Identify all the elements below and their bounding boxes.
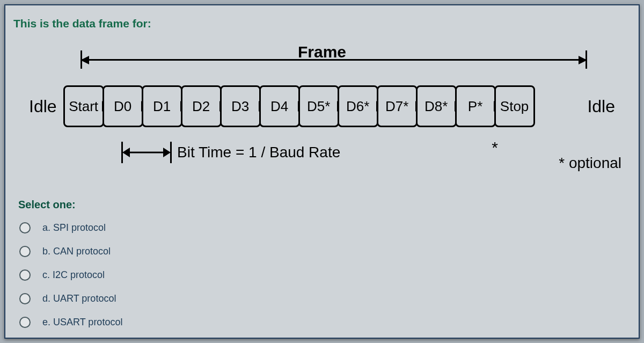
question-card: This is the data frame for: Frame Idle S… — [4, 4, 640, 339]
bit-cell-d8: D8* — [416, 85, 457, 127]
idle-right-label: Idle — [581, 97, 621, 116]
bit-cell-d2: D2 — [181, 85, 222, 127]
radio-icon[interactable] — [19, 222, 31, 233]
option-label: c. I2C protocol — [42, 269, 105, 281]
bit-cell-d4: D4 — [259, 85, 300, 127]
option-label: b. CAN protocol — [42, 246, 111, 257]
option-label: d. UART protocol — [42, 293, 116, 304]
bit-time-row: Bit Time = 1 / Baud Rate — [122, 144, 340, 161]
option-d[interactable]: d. UART protocol — [19, 287, 122, 310]
question-text: This is the data frame for: — [13, 17, 151, 30]
bit-cell-d7: D7* — [377, 85, 418, 127]
bit-cell-d6: D6* — [338, 85, 378, 127]
bit-cell-d0: D0 — [103, 85, 143, 127]
select-one-label: Select one: — [18, 199, 76, 211]
bit-time-arrow-icon — [122, 145, 171, 160]
option-c[interactable]: c. I2C protocol — [19, 263, 122, 287]
radio-icon[interactable] — [19, 246, 31, 257]
bit-cell-d5: D5* — [298, 85, 339, 127]
frame-dimension-line — [80, 54, 587, 67]
radio-icon[interactable] — [19, 293, 31, 304]
asterisk-marker: * — [492, 138, 498, 157]
bit-cell-d1: D1 — [142, 85, 182, 127]
idle-left-label: Idle — [23, 97, 63, 116]
optional-note: * optional — [559, 155, 621, 172]
bit-cell-start: Start — [63, 85, 104, 127]
option-e[interactable]: e. USART protocol — [19, 310, 122, 334]
option-b[interactable]: b. CAN protocol — [19, 239, 122, 263]
answer-options: a. SPI protocol b. CAN protocol c. I2C p… — [19, 216, 122, 334]
frame-diagram: Frame Idle Start D0 D1 D2 D3 D4 D5* D6* … — [23, 38, 621, 188]
option-label: a. SPI protocol — [42, 222, 106, 233]
bit-time-label: Bit Time = 1 / Baud Rate — [177, 144, 340, 161]
option-label: e. USART protocol — [42, 317, 122, 328]
bit-cells: Start D0 D1 D2 D3 D4 D5* D6* D7* D8* P* … — [63, 79, 581, 133]
radio-icon[interactable] — [19, 317, 31, 328]
option-a[interactable]: a. SPI protocol — [19, 216, 122, 239]
bit-cell-d3: D3 — [220, 85, 261, 127]
bit-cell-stop: Stop — [494, 85, 535, 127]
bit-track: Idle Start D0 D1 D2 D3 D4 D5* D6* D7* D8… — [23, 79, 621, 133]
bit-cell-p: P* — [455, 85, 496, 127]
radio-icon[interactable] — [19, 269, 31, 281]
